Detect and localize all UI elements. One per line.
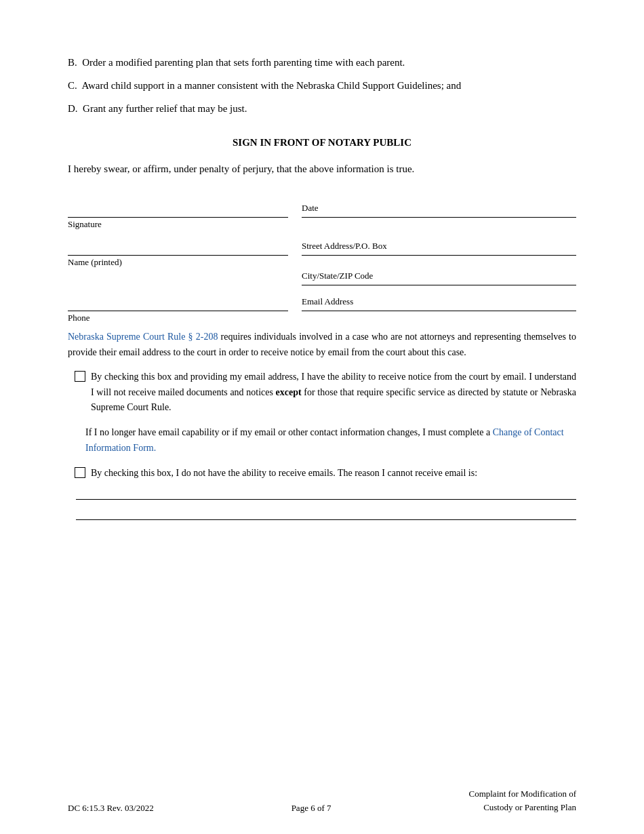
date-label: Date (302, 203, 319, 214)
street-line[interactable]: Street Address/P.O. Box (302, 235, 576, 256)
oath-paragraph: I hereby swear, or affirm, under penalty… (68, 161, 576, 177)
item-c-text: Award child support in a manner consiste… (81, 80, 461, 91)
indented-text1: If I no longer have email capability or … (85, 427, 493, 437)
footer-right-line2: Custody or Parenting Plan (468, 801, 576, 814)
rule-link[interactable]: Nebraska Supreme Court Rule § 2-208 (68, 332, 218, 342)
signature-label: Signature (68, 219, 288, 230)
phone-label: Phone (68, 313, 288, 323)
signature-line[interactable] (68, 197, 288, 218)
footer-center: Page 6 of 7 (291, 803, 331, 814)
item-b: B. Order a modified parenting plan that … (68, 54, 576, 71)
oath-text: I hereby swear, or affirm, under penalty… (68, 163, 414, 174)
footer: DC 6:15.3 Rev. 03/2022 Page 6 of 7 Compl… (0, 787, 644, 814)
phone-left: Phone (68, 291, 302, 323)
item-c: C. Award child support in a manner consi… (68, 77, 576, 94)
phone-line[interactable] (68, 291, 288, 311)
checkbox1[interactable] (75, 371, 85, 382)
checkbox1-section: By checking this box and providing my em… (75, 370, 576, 415)
items-section: B. Order a modified parenting plan that … (68, 54, 576, 117)
name-line[interactable] (68, 235, 288, 256)
indented-block: If I no longer have email capability or … (85, 424, 576, 456)
page: B. Order a modified parenting plan that … (0, 0, 644, 834)
checkbox2-text: By checking this box, I do not have the … (91, 466, 477, 481)
footer-left: DC 6:15.3 Rev. 03/2022 (68, 803, 154, 814)
checkbox2-row: By checking this box, I do not have the … (75, 466, 576, 481)
name-label: Name (printed) (68, 257, 288, 268)
sig-left: Signature (68, 197, 302, 230)
item-d-text: Grant any further relief that may be jus… (83, 103, 247, 114)
checkbox2[interactable] (75, 467, 85, 478)
footer-right-line1: Complaint for Modification of (468, 787, 576, 801)
name-left: Name (printed) (68, 235, 302, 285)
signature-block: Signature Date Name (printed) Street Add… (68, 197, 576, 323)
city-line[interactable]: City/State/ZIP Code (302, 265, 576, 285)
item-b-text: Order a modified parenting plan that set… (82, 57, 405, 68)
item-d-label: D. (68, 103, 78, 114)
sig-row-2: Name (printed) Street Address/P.O. Box C… (68, 235, 576, 285)
reason-line1[interactable] (76, 485, 576, 500)
sig-row-3: Phone Email Address (68, 291, 576, 323)
date-line[interactable]: Date (302, 197, 576, 218)
notary-heading: SIGN IN FRONT OF NOTARY PUBLIC (68, 137, 576, 148)
reason-line2[interactable] (76, 505, 576, 520)
item-d: D. Grant any further relief that may be … (68, 100, 576, 117)
heading-text: SIGN IN FRONT OF NOTARY PUBLIC (233, 137, 411, 148)
indented-paragraph: If I no longer have email capability or … (85, 424, 576, 456)
item-c-label: C. (68, 80, 77, 91)
checkbox1-row: By checking this box and providing my em… (75, 370, 576, 415)
sig-row-1: Signature Date (68, 197, 576, 230)
checkbox1-except: except (276, 387, 302, 397)
street-label: Street Address/P.O. Box (302, 241, 387, 252)
footer-right: Complaint for Modification of Custody or… (468, 787, 576, 814)
checkbox1-text: By checking this box and providing my em… (91, 370, 576, 415)
city-label: City/State/ZIP Code (302, 271, 373, 281)
email-right: Email Address (302, 291, 576, 323)
sig-right: Date (302, 197, 576, 230)
item-b-label: B. (68, 57, 77, 68)
checkbox2-section: By checking this box, I do not have the … (75, 466, 576, 520)
email-label: Email Address (302, 296, 353, 307)
email-line[interactable]: Email Address (302, 291, 576, 311)
checkbox2-text-span: By checking this box, I do not have the … (91, 468, 477, 478)
rule-paragraph: Nebraska Supreme Court Rule § 2-208 requ… (68, 329, 576, 360)
address-right: Street Address/P.O. Box City/State/ZIP C… (302, 235, 576, 285)
